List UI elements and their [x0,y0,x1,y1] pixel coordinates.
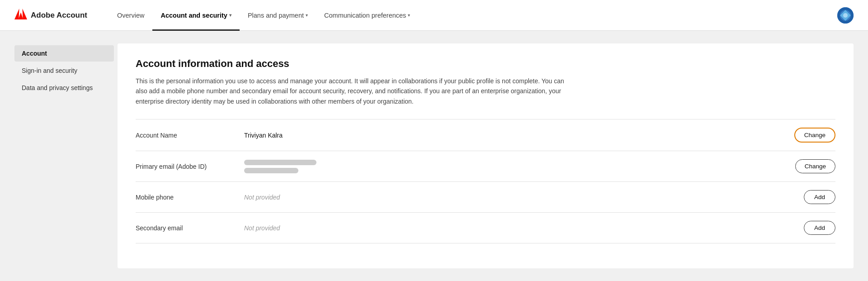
add-secondary-email-button[interactable]: Add [804,221,835,235]
row-action-account-name: Change [794,128,835,143]
blurred-email-line-2 [244,168,298,173]
nav-label-communication: Communication preferences [324,12,406,19]
chevron-down-icon: ▾ [306,13,308,18]
nav-label-plans-payment: Plans and payment [248,12,304,19]
nav-label-account-security: Account and security [160,12,227,19]
chevron-down-icon: ▾ [229,13,231,18]
table-row: Secondary email Not provided Add [136,213,835,243]
sidebar-item-account[interactable]: Account [14,45,114,62]
section-description: This is the personal information you use… [136,76,570,106]
row-value-account-name: Triviyan Kalra [244,132,785,139]
nav-label-overview: Overview [117,12,144,19]
page-body: Account Sign-in and security Data and pr… [0,31,868,281]
table-row: Mobile phone Not provided Add [136,182,835,213]
nav-item-plans-payment[interactable]: Plans and payment ▾ [240,0,316,31]
add-mobile-phone-button[interactable]: Add [804,190,835,204]
info-table: Account Name Triviyan Kalra Change Prima… [136,119,835,243]
row-label-mobile-phone: Mobile phone [136,194,235,201]
row-label-primary-email: Primary email (Adobe ID) [136,163,235,170]
change-account-name-button[interactable]: Change [794,128,835,143]
logo-text: Adobe Account [31,11,87,20]
sidebar-item-data-privacy[interactable]: Data and privacy settings [14,80,114,96]
adobe-icon [14,9,27,22]
row-value-secondary-email: Not provided [244,224,795,232]
row-action-primary-email: Change [795,159,835,173]
change-primary-email-button[interactable]: Change [795,159,835,173]
sidebar: Account Sign-in and security Data and pr… [14,43,114,268]
blurred-email-line-1 [244,160,316,165]
chevron-down-icon: ▾ [408,13,410,18]
avatar[interactable] [837,7,854,24]
row-label-secondary-email: Secondary email [136,224,235,232]
row-value-mobile-phone: Not provided [244,194,795,201]
nav-item-communication[interactable]: Communication preferences ▾ [316,0,418,31]
header: Adobe Account Overview Account and secur… [0,0,868,31]
sidebar-label-data-privacy: Data and privacy settings [22,84,93,91]
row-value-primary-email [244,160,786,173]
row-label-account-name: Account Name [136,132,235,139]
section-title: Account information and access [136,58,835,70]
nav-item-account-security[interactable]: Account and security ▾ [152,0,239,31]
sidebar-item-signin-security[interactable]: Sign-in and security [14,62,114,79]
table-row: Primary email (Adobe ID) Change [136,151,835,182]
nav-item-overview[interactable]: Overview [109,0,152,31]
sidebar-label-signin-security: Sign-in and security [22,67,77,74]
row-action-secondary-email: Add [804,221,835,235]
logo-area[interactable]: Adobe Account [14,9,87,22]
table-row: Account Name Triviyan Kalra Change [136,119,835,151]
main-nav: Overview Account and security ▾ Plans an… [109,0,823,31]
row-action-mobile-phone: Add [804,190,835,204]
svg-point-3 [843,13,848,18]
main-content: Account information and access This is t… [118,43,854,268]
sidebar-label-account: Account [22,50,47,57]
